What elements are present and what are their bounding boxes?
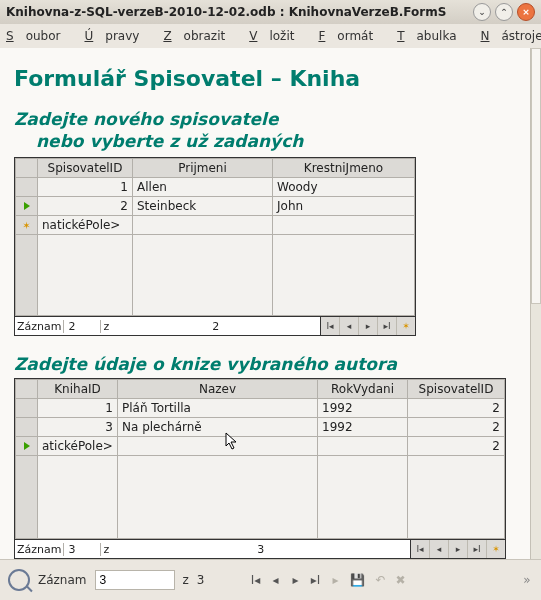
nav-current[interactable]: 3 [63,543,101,556]
table-row[interactable]: 3 Na plechárně 1992 2 [16,418,505,437]
maximize-button[interactable]: ⌃ [495,3,513,21]
nav-first-icon[interactable]: I◂ [321,317,339,335]
title-bar: Knihovna-z-SQL-verzeB-2010-12-02.odb : K… [0,0,541,24]
status-delete-icon[interactable]: ✖ [396,573,406,587]
nav-last-icon[interactable]: ▸I [377,317,396,335]
nav-prev-icon[interactable]: ◂ [429,540,448,558]
status-record-label: Záznam [38,573,87,587]
nav-next-icon[interactable]: ▸ [358,317,377,335]
page-title: Formulář Spisovatel – Kniha [14,66,516,91]
new-row-icon: ✶ [22,220,30,231]
form-page: Formulář Spisovatel – Kniha Zadejte nové… [0,48,531,560]
grid1-header-krestnijmeno[interactable]: KrestniJmeno [273,159,415,178]
toolbar-overflow-icon[interactable]: » [521,573,533,587]
status-save-icon[interactable]: 💾 [350,573,365,587]
menu-format[interactable]: Formát [318,29,385,43]
nav-label: Záznam [15,543,63,556]
status-undo-icon[interactable]: ↶ [375,573,385,587]
status-nav-new-icon[interactable]: ▸ [330,573,340,587]
table-row[interactable]: 1 Allen Woody [16,178,415,197]
menu-vlozit[interactable]: Vložit [249,29,306,43]
nav-label: Záznam [15,320,63,333]
nav-total: 2 [111,320,320,333]
status-nav-first-icon[interactable]: I◂ [250,573,260,587]
nav-first-icon[interactable]: I◂ [411,540,429,558]
section1-line1: Zadejte nového spisovatele [14,109,516,129]
status-of-label: z [183,573,189,587]
grid2-header-spisovatelid[interactable]: SpisovatelID [408,380,505,399]
table-row-new[interactable]: ✶ natickéPole> [16,216,415,235]
menu-zobrazit[interactable]: Zobrazit [163,29,237,43]
nav-prev-icon[interactable]: ◂ [339,317,358,335]
menu-nastroje[interactable]: Nástroje [481,29,541,43]
table-row[interactable]: 2 Steinbeck John [16,197,415,216]
current-row-icon [24,442,30,450]
grid2-header-nazev[interactable]: Nazev [118,380,318,399]
window-title: Knihovna-z-SQL-verzeB-2010-12-02.odb : K… [6,5,469,19]
nav-new-icon[interactable]: ✶ [486,540,505,558]
section1-line2: nebo vyberte z už zadaných [36,131,516,151]
grid-spisovatel[interactable]: SpisovatelID Prijmeni KrestniJmeno 1 All… [14,157,416,336]
find-icon[interactable] [8,569,30,591]
menu-tabulka[interactable]: Tabulka [397,29,468,43]
nav-new-icon[interactable]: ✶ [396,317,415,335]
status-nav-last-icon[interactable]: ▸I [310,573,320,587]
nav-last-icon[interactable]: ▸I [467,540,486,558]
nav-next-icon[interactable]: ▸ [448,540,467,558]
nav-of: z [101,320,111,333]
menu-bar: Soubor Úpravy Zobrazit Vložit Formát Tab… [0,24,541,49]
current-row-icon [24,202,30,210]
status-bar: Záznam z 3 I◂ ◂ ▸ ▸I ▸ 💾 ↶ ✖ » [0,559,541,600]
grid2-header-knihaid[interactable]: KnihaID [38,380,118,399]
nav-current[interactable]: 2 [63,320,101,333]
vertical-scrollbar[interactable] [531,48,541,560]
menu-soubor[interactable]: Soubor [6,29,72,43]
grid2-navigator: Záznam 3 z 3 I◂ ◂ ▸ ▸I ✶ [15,539,505,558]
grid2-header-rokvydani[interactable]: RokVydani [318,380,408,399]
grid1-header-spisovatelid[interactable]: SpisovatelID [38,159,133,178]
grid-kniha[interactable]: KnihaID Nazev RokVydani SpisovatelID 1 P… [14,378,506,559]
grid1-navigator: Záznam 2 z 2 I◂ ◂ ▸ ▸I ✶ [15,316,415,335]
nav-of: z [101,543,111,556]
status-nav-prev-icon[interactable]: ◂ [270,573,280,587]
status-nav-next-icon[interactable]: ▸ [290,573,300,587]
nav-total: 3 [111,543,410,556]
menu-upravy[interactable]: Úpravy [84,29,151,43]
close-button[interactable]: × [517,3,535,21]
status-record-input[interactable] [95,570,175,590]
table-row-new[interactable]: atickéPole> 2 [16,437,505,456]
table-row[interactable]: 1 Pláň Tortilla 1992 2 [16,399,505,418]
section2-line1: Zadejte údaje o knize vybraného autora [14,354,516,374]
status-total: 3 [197,573,205,587]
minimize-button[interactable]: ⌄ [473,3,491,21]
grid1-header-prijmeni[interactable]: Prijmeni [133,159,273,178]
